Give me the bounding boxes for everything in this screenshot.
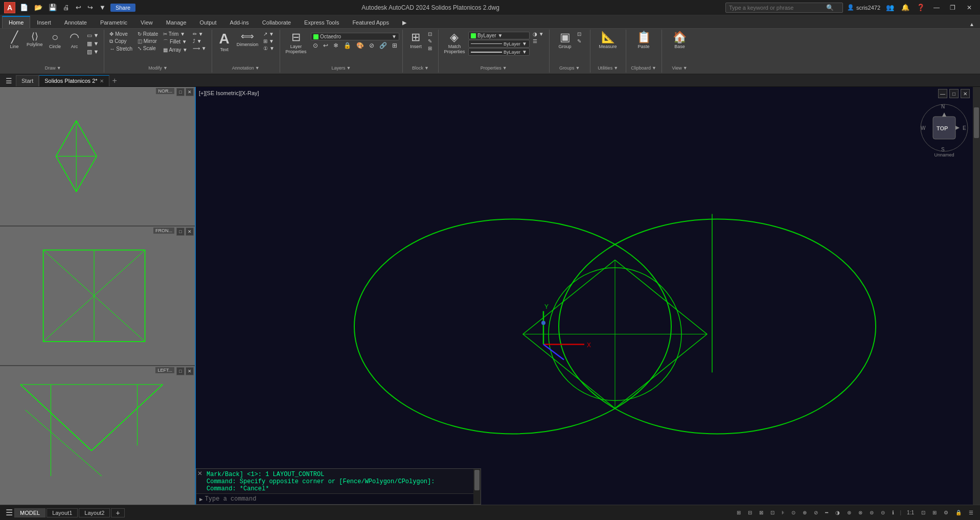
nav-cube[interactable]: N E S W TOP Unnamed xyxy=(919,102,970,153)
linetype-dropdown-arrow[interactable]: ▼ xyxy=(522,41,527,47)
app-icon[interactable]: A xyxy=(4,2,15,13)
polyline-btn[interactable]: ⟨⟩ Polyline xyxy=(25,31,45,48)
mirror-btn[interactable]: ◫ Mirror xyxy=(135,38,160,44)
utilities-expand-icon[interactable]: ▼ xyxy=(613,65,618,71)
auto-scale-btn[interactable]: ⊞ xyxy=(930,509,939,516)
erase-btn[interactable]: ✏ ▼ xyxy=(191,31,209,37)
copy-btn[interactable]: ⧉ Copy xyxy=(107,38,134,45)
linetype-dropdown[interactable]: ByLayer ▼ xyxy=(468,40,530,48)
tab-parametric[interactable]: Parametric xyxy=(94,16,134,28)
qat-save[interactable]: 💾 xyxy=(47,3,58,12)
transparency-btn[interactable]: ◑ ▼ xyxy=(531,31,546,37)
layer-dropdown[interactable]: Octaedro ▼ xyxy=(311,33,399,40)
vp-maximize-btn[interactable]: □ xyxy=(949,89,959,98)
tab-more[interactable]: ▶ xyxy=(396,16,413,28)
annotation-visibility-btn[interactable]: ⊡ xyxy=(919,509,928,516)
minimize-btn[interactable]: — xyxy=(930,3,943,12)
polar-tracking-btn[interactable]: ⊡ xyxy=(768,509,777,516)
doc-tab-main[interactable]: Solidos Platonicos 2* ✕ xyxy=(39,75,109,86)
tab-insert[interactable]: Insert xyxy=(30,16,58,28)
layer-lock-btn[interactable]: 🔒 xyxy=(341,41,353,50)
panel-toggle-btn[interactable]: ☰ xyxy=(4,507,14,518)
cmd-scrollbar[interactable] xyxy=(473,469,481,504)
qat-redo[interactable]: ↪ xyxy=(86,3,95,12)
insert-btn[interactable]: ⊞ Insert xyxy=(406,31,425,50)
help-icon[interactable]: ❓ xyxy=(915,3,926,12)
otrack-btn[interactable]: ⊕ xyxy=(800,509,809,516)
fillet-btn[interactable]: ⌒ Fillet ▼ xyxy=(161,38,190,46)
dyn-ucs-btn[interactable]: ⊜ xyxy=(867,509,876,516)
table-btn[interactable]: ⊞ ▼ xyxy=(261,38,277,44)
annotation-scale-btn[interactable]: ① ▼ xyxy=(261,45,277,52)
workspace-btn[interactable]: ⚙ xyxy=(941,509,951,516)
isoplane-btn[interactable]: ⊧ xyxy=(779,509,787,516)
circle-btn[interactable]: ○ Circle xyxy=(46,31,64,50)
scale-btn[interactable]: ⤡ Scale xyxy=(135,45,160,52)
line-btn[interactable]: ╱ Line xyxy=(5,31,24,50)
selection-cycle-btn[interactable]: ⊛ xyxy=(845,509,854,516)
vp-ml-close[interactable]: ✕ xyxy=(186,228,194,236)
vp-close-btn[interactable]: ✕ xyxy=(961,89,970,98)
tab-featured[interactable]: Featured Apps xyxy=(346,16,396,28)
edit-block-btn[interactable]: ✎ xyxy=(426,38,434,44)
gradient-btn[interactable]: ▧ ▼ xyxy=(85,48,101,56)
annotation-scale-status[interactable]: 1:1 xyxy=(904,509,917,516)
hatch-btn[interactable]: ▦ ▼ xyxy=(85,40,101,48)
maximize-btn[interactable]: ❐ xyxy=(947,3,959,12)
ribbon-collapse-btn[interactable]: ▲ xyxy=(968,20,976,28)
collab-icon[interactable]: 👥 xyxy=(884,3,896,12)
ungroup-btn[interactable]: ⊡ xyxy=(575,31,583,37)
qat-dropdown[interactable]: ▼ xyxy=(98,3,107,12)
clipboard-expand-icon[interactable]: ▼ xyxy=(652,65,656,71)
tab-collaborate[interactable]: Collaborate xyxy=(256,16,298,28)
join-btn[interactable]: ⟿ ▼ xyxy=(191,45,209,52)
layer-isolate-btn[interactable]: ⊘ xyxy=(367,41,376,50)
layer-ui-btn[interactable]: ⊞ xyxy=(390,41,399,50)
list-btn[interactable]: ☰ xyxy=(531,38,546,44)
cmd-input[interactable] xyxy=(205,495,477,503)
right-scrollbar[interactable] xyxy=(973,87,980,505)
qat-open[interactable]: 📂 xyxy=(33,3,44,12)
vp-minimize-btn[interactable]: — xyxy=(938,89,947,98)
arc-btn[interactable]: ◠ Arc xyxy=(65,31,84,50)
stretch-btn[interactable]: ↔ Stretch xyxy=(107,46,134,52)
ortho-btn[interactable]: ⊠ xyxy=(757,509,766,516)
properties-expand-icon[interactable]: ▼ xyxy=(503,65,507,71)
color-dropdown[interactable]: ByLayer ▼ xyxy=(468,32,530,39)
qat-undo[interactable]: ↩ xyxy=(74,3,83,12)
base-btn[interactable]: 🏠 Base xyxy=(671,31,689,50)
layer-freeze-btn[interactable]: ❄ xyxy=(331,41,340,50)
text-btn[interactable]: A Text xyxy=(215,31,234,53)
modify-expand-icon[interactable]: ▼ xyxy=(163,65,168,71)
array-btn[interactable]: ▦ Array ▼ xyxy=(161,47,190,53)
grid-display-btn[interactable]: ⊟ xyxy=(745,509,755,516)
tab-addins[interactable]: Add-ins xyxy=(223,16,256,28)
qat-new[interactable]: 📄 xyxy=(18,3,30,12)
tab-manage[interactable]: Manage xyxy=(159,16,193,28)
vp-bl-maximize[interactable]: □ xyxy=(176,367,185,375)
layer-match-btn[interactable]: 🔗 xyxy=(377,41,389,50)
notification-icon[interactable]: 🔔 xyxy=(900,3,911,12)
layer-color-btn[interactable]: 🎨 xyxy=(354,41,366,50)
tab-home[interactable]: Home xyxy=(2,16,30,28)
3d-osnap-btn[interactable]: ⊗ xyxy=(856,509,865,516)
dimension-btn[interactable]: ⟺ Dimension xyxy=(235,31,261,48)
vp-tl-close[interactable]: ✕ xyxy=(186,88,194,96)
define-attr-btn[interactable]: ⊞ xyxy=(426,45,434,52)
layer-dropdown-arrow[interactable]: ▼ xyxy=(392,34,397,39)
tab-view[interactable]: View xyxy=(134,16,159,28)
search-input[interactable] xyxy=(729,5,826,11)
rectangle-btn[interactable]: ▭ ▼ xyxy=(85,32,101,39)
qat-plot[interactable]: 🖨 xyxy=(61,3,71,12)
explode-btn[interactable]: ⤴ ▼ xyxy=(191,38,209,44)
vp-bl-close[interactable]: ✕ xyxy=(186,367,194,375)
toolbar-btn[interactable]: 🔒 xyxy=(953,509,964,516)
nav-panel-btn[interactable]: ☰ xyxy=(4,76,14,86)
layer-make-current-btn[interactable]: ⊙ xyxy=(311,41,320,50)
group-btn[interactable]: ▣ Group xyxy=(556,31,574,50)
model-tab[interactable]: MODEL xyxy=(14,508,45,517)
statusbar-customize-btn[interactable]: ☰ xyxy=(966,509,976,516)
add-layout-btn[interactable]: + xyxy=(111,508,124,517)
vp-tl-maximize[interactable]: □ xyxy=(176,88,185,96)
dyn-input-btn[interactable]: ⊝ xyxy=(878,509,887,516)
